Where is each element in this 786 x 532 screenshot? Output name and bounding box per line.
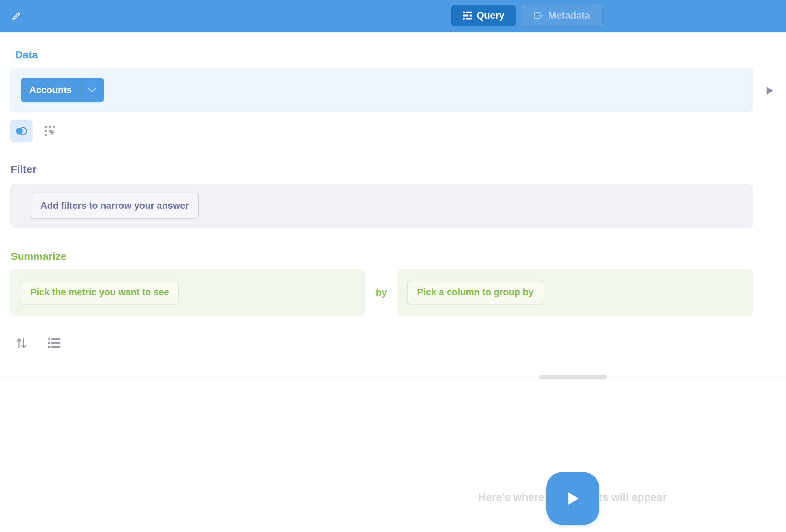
custom-column-plus-icon xyxy=(44,125,56,137)
data-preview-button[interactable] xyxy=(764,85,776,97)
edit-title-button[interactable] xyxy=(10,10,23,22)
join-venn-icon xyxy=(15,126,28,136)
row-limit-button[interactable] xyxy=(48,337,60,349)
list-icon xyxy=(48,338,60,348)
tag-icon xyxy=(534,11,543,20)
pencil-icon xyxy=(11,11,22,21)
sort-arrows-icon xyxy=(16,337,27,349)
custom-column-button[interactable] xyxy=(43,125,57,138)
pick-metric-button[interactable]: Pick the metric you want to see xyxy=(21,280,179,305)
chevron-down-icon xyxy=(88,87,97,93)
run-query-button[interactable] xyxy=(546,472,599,525)
editor-tabs: Query Metadata xyxy=(451,5,602,26)
pane-divider xyxy=(0,377,786,377)
query-builder-page: Query Metadata Data Accounts xyxy=(0,0,786,532)
notebook-icon xyxy=(463,11,472,20)
filter-section-title: Filter xyxy=(11,164,37,175)
summarize-section-title: Summarize xyxy=(11,250,67,262)
pick-groupby-button[interactable]: Pick a column to group by xyxy=(407,280,543,305)
filter-section-container: Add filters to narrow your answer xyxy=(10,184,753,228)
add-filter-button[interactable]: Add filters to narrow your answer xyxy=(31,193,199,219)
by-connector-label: by xyxy=(365,287,397,298)
table-picker-dropdown[interactable] xyxy=(80,78,104,102)
join-data-button[interactable] xyxy=(10,120,33,142)
tab-metadata-label: Metadata xyxy=(548,10,590,21)
tab-query[interactable]: Query xyxy=(451,5,516,26)
data-section-title: Data xyxy=(15,49,38,61)
preview-play-icon xyxy=(766,86,774,96)
play-icon xyxy=(566,491,580,506)
data-table-button[interactable]: Accounts xyxy=(21,78,104,102)
sort-step-button[interactable] xyxy=(15,337,28,349)
tab-metadata[interactable]: Metadata xyxy=(522,5,602,26)
data-section-container: Accounts xyxy=(10,68,753,112)
tab-query-label: Query xyxy=(476,10,504,21)
summarize-metric-container: Pick the metric you want to see xyxy=(10,269,365,316)
top-header-bar: Query Metadata xyxy=(0,0,786,32)
summarize-groupby-container: Pick a column to group by xyxy=(397,269,753,316)
pane-resize-handle[interactable] xyxy=(539,375,607,379)
data-table-label: Accounts xyxy=(21,78,80,102)
